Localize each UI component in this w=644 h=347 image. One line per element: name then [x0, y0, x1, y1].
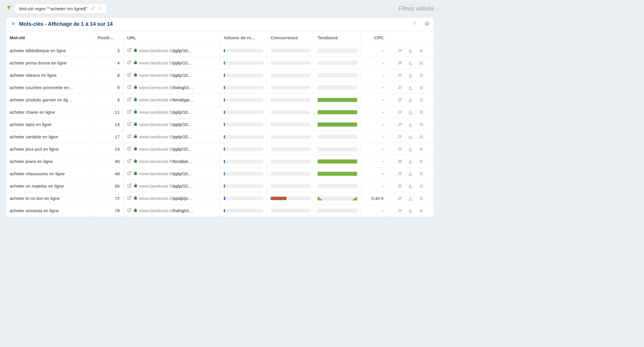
close-icon[interactable] [99, 6, 103, 11]
keyword-cell[interactable]: acheter jeux ps3 en ligne [6, 143, 94, 155]
list-details-icon[interactable] [418, 122, 424, 127]
col-concurrence[interactable]: Concurrence [267, 31, 314, 44]
url-cell[interactable]: www.laredoute.fr/brnd/gar… [123, 94, 220, 106]
col-volume[interactable]: Volume de re… [220, 31, 267, 44]
indent-icon[interactable] [397, 48, 403, 53]
external-link-icon[interactable] [127, 171, 132, 176]
keyword-cell[interactable]: acheter tapis en ligne [6, 119, 94, 130]
url-cell[interactable]: www.laredoute.fr/pplp/10… [123, 168, 220, 180]
external-link-icon[interactable] [127, 183, 132, 189]
col-position[interactable]: Positi… [94, 31, 123, 44]
list-details-icon[interactable] [418, 110, 424, 115]
list-details-icon[interactable] [418, 183, 424, 189]
keyword-cell[interactable]: acheter bibliotheque en ligne [6, 45, 94, 56]
chart-icon[interactable] [408, 73, 413, 78]
url-cell[interactable]: www.laredoute.fr/pplp/10… [123, 118, 220, 130]
filters-used-label[interactable]: Filtres utilisés [399, 5, 434, 12]
list-details-icon[interactable] [418, 147, 424, 152]
chart-icon[interactable] [408, 208, 413, 213]
chart-icon[interactable] [408, 147, 413, 152]
indent-icon[interactable] [397, 97, 403, 103]
url-cell[interactable]: www.laredoute.fr/pplp/10… [123, 180, 220, 192]
keyword-cell[interactable]: acheter chaise en ligne [6, 106, 94, 118]
external-link-icon[interactable] [127, 48, 132, 53]
indent-icon[interactable] [397, 171, 403, 176]
chart-icon[interactable] [408, 97, 413, 103]
list-details-icon[interactable] [418, 134, 424, 140]
list-details-icon[interactable] [418, 159, 424, 164]
col-tendance[interactable]: Tendance [314, 31, 361, 44]
external-link-icon[interactable] [127, 134, 132, 140]
external-link-icon[interactable] [127, 195, 132, 201]
indent-icon[interactable] [397, 147, 403, 152]
chart-icon[interactable] [408, 171, 413, 176]
indent-icon[interactable] [397, 196, 403, 201]
chart-icon[interactable] [408, 85, 413, 90]
col-url[interactable]: URL [123, 31, 220, 44]
list-details-icon[interactable] [418, 208, 424, 213]
url-cell[interactable]: www.laredoute.fr/pplp/10… [123, 143, 220, 155]
indent-icon[interactable] [397, 73, 403, 78]
keyword-cell[interactable]: acheter produits garnier en lig… [6, 94, 94, 106]
concurrence-cell [267, 46, 314, 56]
url-cell[interactable]: www.laredoute.fr/pplp/10… [123, 57, 220, 69]
url-cell[interactable]: www.laredoute.fr/brnd/pe… [123, 155, 220, 167]
indent-icon[interactable] [397, 134, 403, 140]
url-cell[interactable]: www.laredoute.fr/pplp/10… [123, 69, 220, 81]
url-cell[interactable]: www.laredoute.fr/lndng/ct… [123, 205, 220, 217]
keyword-cell[interactable]: acheter un matelas en ligne [6, 180, 94, 192]
list-details-icon[interactable] [418, 73, 424, 78]
external-link-icon[interactable] [127, 208, 132, 213]
external-link-icon[interactable] [127, 109, 132, 115]
keyword-cell[interactable]: acheter rideaux en ligne [6, 69, 94, 81]
list-details-icon[interactable] [418, 85, 424, 90]
indent-icon[interactable] [397, 208, 403, 213]
indent-icon[interactable] [397, 60, 403, 66]
indent-icon[interactable] [397, 85, 403, 90]
list-details-icon[interactable] [418, 97, 424, 103]
chart-icon[interactable] [408, 122, 413, 127]
indent-icon[interactable] [397, 159, 403, 164]
external-link-icon[interactable] [127, 122, 132, 127]
url-cell[interactable]: www.laredoute.fr/pplp/10… [123, 131, 220, 143]
keyword-cell[interactable]: acheter le roi lion en ligne [6, 193, 94, 204]
keyword-cell[interactable]: acheter chaussures en ligne [6, 168, 94, 179]
keyword-cell[interactable]: acheter jeans en ligne [6, 156, 94, 167]
chart-icon[interactable] [408, 196, 413, 201]
external-link-icon[interactable] [127, 159, 132, 164]
list-details-icon[interactable] [418, 171, 424, 176]
chart-icon[interactable] [408, 159, 413, 164]
list-details-icon[interactable] [418, 196, 424, 201]
indent-icon[interactable] [397, 183, 403, 189]
url-cell[interactable]: www.laredoute.fr/pplp/10… [123, 45, 220, 57]
external-link-icon[interactable] [127, 97, 132, 103]
gear-icon[interactable] [424, 21, 430, 27]
chart-icon[interactable] [408, 134, 413, 140]
keyword-cell[interactable]: acheter prima donna en ligne [6, 57, 94, 69]
row-actions [387, 119, 434, 130]
col-keyword[interactable]: Mot-clé [6, 31, 94, 44]
url-cell[interactable]: www.laredoute.fr/ppdp/pr… [123, 192, 220, 204]
url-cell[interactable]: www.laredoute.fr/pplp/10… [123, 106, 220, 118]
indent-icon[interactable] [397, 110, 403, 115]
external-link-icon[interactable] [127, 72, 132, 78]
chart-icon[interactable] [408, 110, 413, 115]
external-link-icon[interactable] [127, 60, 132, 66]
keyword-cell[interactable]: acheter couches pommette en… [6, 82, 94, 93]
chart-icon[interactable] [408, 60, 413, 66]
keyword-cell[interactable]: acheter amnesia en ligne [6, 205, 94, 216]
url-cell[interactable]: www.laredoute.fr/lndng/ct… [123, 81, 220, 93]
col-cpc[interactable]: CPC [361, 31, 387, 44]
pencil-icon[interactable] [91, 6, 95, 11]
table-row: acheter chaise en ligne 11 www.laredoute… [6, 106, 434, 118]
chart-icon[interactable] [408, 48, 413, 53]
external-link-icon[interactable] [127, 146, 132, 152]
external-link-icon[interactable] [127, 85, 132, 90]
keyword-cell[interactable]: acheter cartable en ligne [6, 131, 94, 142]
chart-icon[interactable] [408, 183, 413, 189]
help-icon[interactable]: ? [413, 21, 416, 27]
list-details-icon[interactable] [418, 60, 424, 66]
list-details-icon[interactable] [418, 48, 424, 53]
filter-chip[interactable]: Mot-clé regex "^acheter.*en ligne$" [15, 4, 107, 14]
indent-icon[interactable] [397, 122, 403, 127]
